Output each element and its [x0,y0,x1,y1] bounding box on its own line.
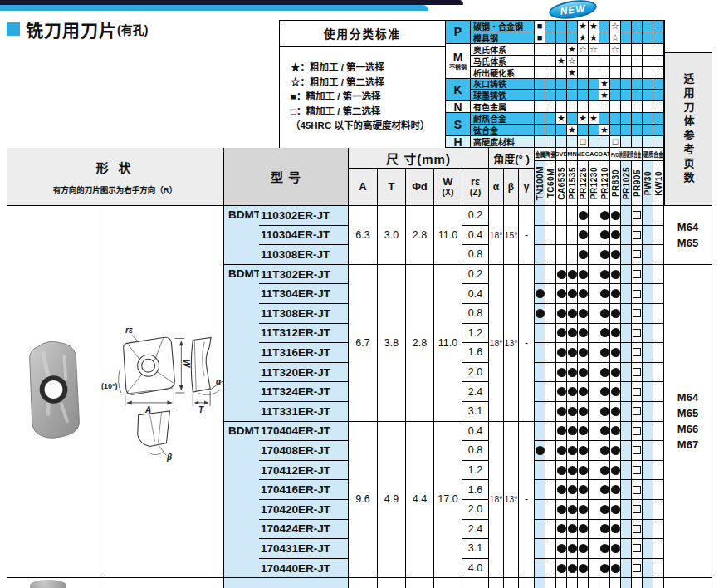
matrix-mark-cell [535,67,545,79]
first-choice-dot [568,466,577,475]
matrix-mark-cell [653,125,664,136]
grade-col-header: CA6535 [556,161,567,206]
grade-availability-cell [535,402,545,422]
model-number-cell: 11T316ER-JT [259,343,349,363]
grade-availability-cell [567,500,578,520]
matrix-mark-cell [653,44,664,56]
first-choice-dot [611,328,620,337]
classification-table: 使用分类标准 ★：粗加工 / 第一选择 ☆：粗加工 / 第二选择 ■：精加工 /… [280,21,664,148]
first-choice-dot [611,387,620,396]
grade-availability-cell [589,284,599,304]
grade-availability-cell [535,226,545,246]
second-choice-square [633,368,641,376]
angle-beta-cell: 13° [504,265,519,422]
matrix-mark-cell [610,113,621,125]
grade-availability-cell [610,441,621,461]
matrix-mark-cell: ■ [535,21,545,32]
matrix-mark-cell [632,136,643,148]
matrix-mark-cell [621,125,632,136]
matrix-mark-cell [589,125,599,136]
dim-col-header: Φd [406,169,434,206]
grade-availability-cell [643,559,653,579]
grade-availability-cell [653,500,664,520]
matrix-mark-cell: ☆ [610,44,621,56]
grade-availability-cell [643,265,653,285]
grade-col-header: PR1025 [621,161,632,206]
grade-availability-cell [599,480,610,500]
matrix-mark-cell [589,79,599,91]
corner-radius-cell: 2.0 [462,500,489,520]
grade-availability-cell [589,480,599,500]
second-choice-square [633,505,641,513]
first-choice-dot [611,446,620,455]
grade-availability-cell [545,324,556,344]
drawing-label-re: rε [125,326,133,335]
matrix-mark-cell [567,113,578,125]
grade-group-header: 硬质合金 [643,148,664,161]
grade-col-header: PR1210 [599,161,610,206]
material-name: 耐热合金 [471,113,535,125]
angle-beta-cell: 13° [504,422,519,579]
first-choice-dot [611,564,620,573]
grade-availability-cell [621,520,632,540]
grade-availability-cell [653,265,664,285]
first-choice-dot [579,485,588,494]
grade-availability-cell [545,441,556,461]
grade-availability-cell [610,343,621,363]
matrix-mark-cell: ★ [578,113,589,125]
first-choice-dot [600,250,609,259]
matrix-mark-cell [632,90,643,101]
matrix-mark-cell [621,67,632,79]
grade-availability-cell [535,480,545,500]
legend-item: ☆：粗加工 / 第二选择 [291,76,445,91]
matrix-mark-cell [599,136,610,148]
matrix-mark-cell [556,90,567,101]
grade-col-header: TN100M [535,161,545,206]
material-name: 奥氏体系 [471,44,535,56]
corner-radius-cell: 0.2 [462,265,489,285]
grade-availability-cell [567,363,578,383]
insert-table: 形 状有方向的刀片图示为右手方向（R）型 号尺 寸(mm)角度(° )ATΦdW… [7,148,712,588]
first-choice-dot [557,387,566,396]
matrix-mark-cell [643,67,653,79]
matrix-mark-cell [621,44,632,56]
grade-availability-cell [567,520,578,540]
first-choice-dot [611,250,620,259]
first-choice-dot [557,348,566,357]
grade-availability-cell [567,206,578,226]
matrix-mark-cell [610,90,621,101]
matrix-mark-cell: ★ [578,32,589,44]
first-choice-dot [568,348,577,357]
dim-col-header: rε(Z) [462,169,489,206]
grade-availability-cell [621,284,632,304]
first-choice-dot [611,544,620,553]
matrix-mark-cell [643,44,653,56]
model-number-cell: 11T331ER-JT [259,402,349,422]
angle-group-header: 角度(° ) [489,148,535,169]
model-number-cell: 170412ER-JT [259,461,349,481]
next-group-photo-cell [7,578,100,588]
matrix-mark-cell [610,56,621,67]
matrix-mark-cell [567,101,578,113]
legend-items: ★：粗加工 / 第一选择 ☆：粗加工 / 第二选择 ■：精加工 / 第一选择 □… [280,47,445,148]
second-choice-square [633,329,641,337]
matrix-mark-cell [621,101,632,113]
grade-availability-cell [632,304,643,324]
second-choice-square [633,427,641,435]
model-prefix-cell: BDMT [224,265,259,422]
grade-availability-cell [621,324,632,344]
matrix-mark-cell [643,125,653,136]
next-group-dim-cell [504,578,519,588]
first-choice-dot [611,368,620,377]
page-title: 铣刀用刀片 (有孔) [7,17,148,42]
matrix-mark-cell [643,113,653,125]
grade-availability-cell [632,422,643,442]
matrix-mark-cell [632,79,643,91]
first-choice-dot [600,446,609,455]
dim-col-top: A [359,181,366,193]
second-choice-square [633,211,641,219]
grade-availability-cell [589,500,599,520]
next-group-grade-cell [632,578,643,588]
grade-availability-cell [578,539,589,559]
matrix-mark-cell [545,90,556,101]
